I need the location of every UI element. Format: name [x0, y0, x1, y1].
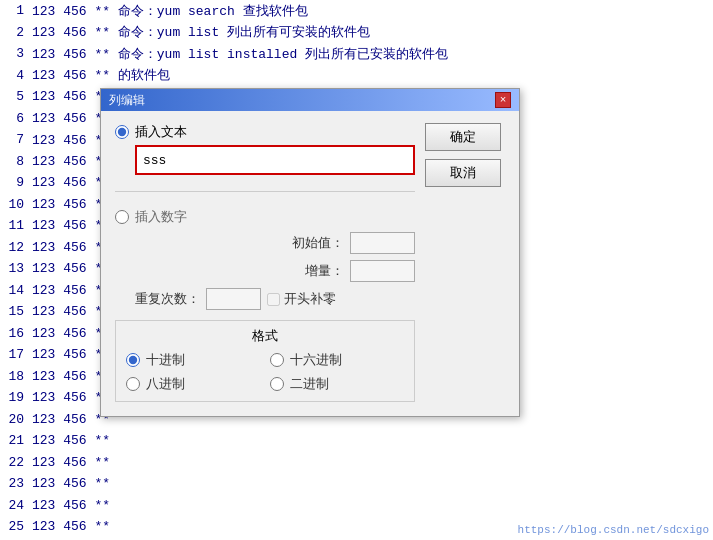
- format-binary-row: 二进制: [270, 375, 404, 393]
- watermark: https://blog.csdn.net/sdcxigo: [518, 524, 709, 536]
- format-title: 格式: [126, 327, 404, 345]
- format-grid: 十进制 十六进制 八进制: [126, 351, 404, 393]
- format-octal-row: 八进制: [126, 375, 260, 393]
- dialog-title: 列编辑: [109, 92, 145, 109]
- format-binary-radio[interactable]: [270, 377, 284, 391]
- insert-text-radio-row: 插入文本: [115, 123, 415, 141]
- insert-number-radio-row: 插入数字: [115, 208, 415, 226]
- format-octal-radio[interactable]: [126, 377, 140, 391]
- insert-number-section: 插入数字 初始值： 增量： 重复次数：: [115, 208, 415, 402]
- insert-number-label: 插入数字: [135, 208, 187, 226]
- repeat-label: 重复次数：: [135, 290, 200, 308]
- repeat-row: 重复次数： 开头补零: [135, 288, 415, 310]
- dialog-close-button[interactable]: ×: [495, 92, 511, 108]
- cancel-button[interactable]: 取消: [425, 159, 501, 187]
- dialog-overlay: 列编辑 × 插入文本: [0, 0, 713, 540]
- increment-input[interactable]: [350, 260, 415, 282]
- insert-text-label: 插入文本: [135, 123, 187, 141]
- format-octal-label: 八进制: [146, 375, 185, 393]
- format-decimal-row: 十进制: [126, 351, 260, 369]
- initial-value-input[interactable]: [350, 232, 415, 254]
- insert-text-section: 插入文本: [115, 123, 415, 175]
- column-edit-dialog: 列编辑 × 插入文本: [100, 88, 520, 417]
- pad-zero-label: 开头补零: [267, 290, 336, 308]
- insert-text-radio[interactable]: [115, 125, 129, 139]
- increment-label: 增量：: [289, 262, 344, 280]
- pad-zero-checkbox[interactable]: [267, 293, 280, 306]
- insert-number-radio[interactable]: [115, 210, 129, 224]
- format-section: 格式 十进制 十六进制: [115, 320, 415, 402]
- format-hex-row: 十六进制: [270, 351, 404, 369]
- format-binary-label: 二进制: [290, 375, 329, 393]
- section-divider: [115, 191, 415, 192]
- confirm-button[interactable]: 确定: [425, 123, 501, 151]
- initial-value-label: 初始值：: [289, 234, 344, 252]
- repeat-input[interactable]: [206, 288, 261, 310]
- dialog-body: 插入文本 插入数字 初始值：: [101, 111, 519, 416]
- dialog-titlebar: 列编辑 ×: [101, 89, 519, 111]
- dialog-left-panel: 插入文本 插入数字 初始值：: [115, 123, 415, 402]
- format-hex-label: 十六进制: [290, 351, 342, 369]
- initial-value-row: 初始值：: [135, 232, 415, 254]
- format-hex-radio[interactable]: [270, 353, 284, 367]
- pad-zero-text: 开头补零: [284, 290, 336, 308]
- text-input[interactable]: [135, 145, 415, 175]
- dialog-right-panel: 确定 取消: [425, 123, 505, 402]
- increment-row: 增量：: [135, 260, 415, 282]
- dialog-main-row: 插入文本 插入数字 初始值：: [115, 123, 505, 402]
- format-decimal-radio[interactable]: [126, 353, 140, 367]
- format-decimal-label: 十进制: [146, 351, 185, 369]
